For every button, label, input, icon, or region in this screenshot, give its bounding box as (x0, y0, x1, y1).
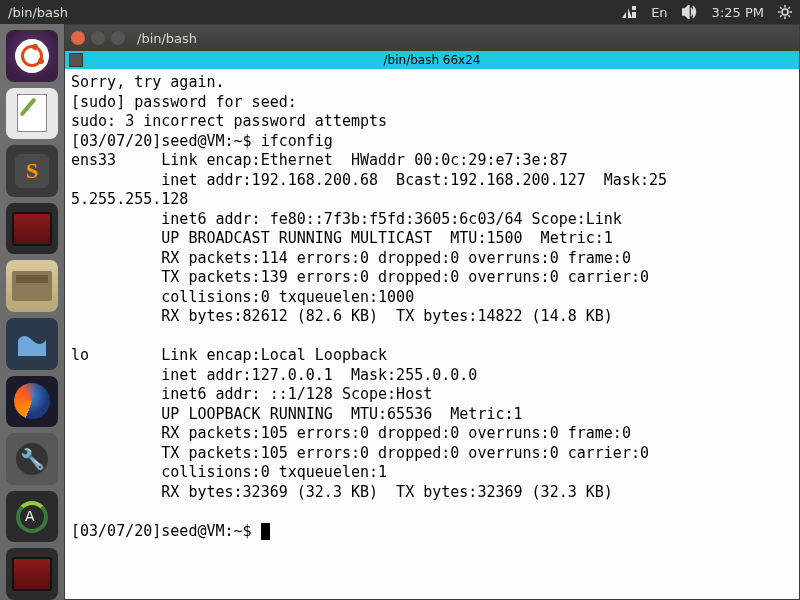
term-line: [03/07/20]seed@VM:~$ ifconfig (71, 132, 333, 150)
term-line: ens33 Link encap:Ethernet HWaddr 00:0c:2… (71, 151, 568, 169)
terminal-titlebar[interactable]: /bin/bash (65, 25, 799, 51)
term-line: lo Link encap:Local Loopback (71, 346, 387, 364)
term-line: [sudo] password for seed: (71, 93, 297, 111)
terminal-tab[interactable]: /bin/bash 66x24 (65, 51, 799, 69)
sublime-text-icon[interactable]: S (6, 145, 58, 197)
system-gear-icon[interactable] (778, 5, 792, 19)
svg-point-0 (782, 9, 788, 15)
svg-line-5 (780, 7, 782, 9)
term-line: RX packets:105 errors:0 dropped:0 overru… (71, 424, 631, 442)
term-line: collisions:0 txqueuelen:1 (71, 463, 387, 481)
term-prompt: [03/07/20]seed@VM:~$ (71, 522, 261, 540)
terminal-tab-label: /bin/bash 66x24 (384, 53, 481, 67)
active-window-title: /bin/bash (8, 5, 68, 20)
term-line: inet addr:127.0.0.1 Mask:255.0.0.0 (71, 366, 477, 384)
terminal-window-title: /bin/bash (137, 31, 197, 46)
svg-line-7 (780, 15, 782, 17)
term-line: TX packets:139 errors:0 dropped:0 overru… (71, 268, 649, 286)
term-line: inet addr:192.168.200.68 Bcast:192.168.2… (71, 171, 667, 189)
text-editor-icon[interactable] (6, 88, 58, 140)
window-maximize-button[interactable] (111, 31, 125, 45)
terminal-cursor (261, 523, 270, 540)
window-minimize-button[interactable] (91, 31, 105, 45)
svg-line-6 (788, 15, 790, 17)
terminal-window: /bin/bash /bin/bash 66x24 Sorry, try aga… (64, 24, 800, 600)
term-line: inet6 addr: fe80::7f3b:f5fd:3605:6c03/64… (71, 210, 622, 228)
term-line: UP BROADCAST RUNNING MULTICAST MTU:1500 … (71, 229, 613, 247)
svg-line-8 (788, 7, 790, 9)
terminal-output[interactable]: Sorry, try again. [sudo] password for se… (65, 69, 799, 599)
term-line: TX packets:105 errors:0 dropped:0 overru… (71, 444, 649, 462)
volume-icon[interactable] (682, 5, 698, 19)
settings-icon[interactable]: 🔧 (6, 433, 58, 485)
firefox-icon[interactable] (6, 376, 58, 428)
wireshark-icon[interactable] (6, 318, 58, 370)
gnome-top-bar: /bin/bash En 3:25 PM (0, 0, 800, 24)
input-language-indicator[interactable]: En (651, 5, 667, 20)
terminal-icon[interactable] (6, 203, 58, 255)
network-icon[interactable] (621, 6, 637, 18)
term-line: UP LOOPBACK RUNNING MTU:65536 Metric:1 (71, 405, 523, 423)
unity-launcher: S 🔧 A (0, 24, 64, 600)
term-line: Sorry, try again. (71, 73, 225, 91)
files-icon[interactable] (6, 260, 58, 312)
terminal-tab-icon (69, 53, 83, 67)
dash-home-icon[interactable] (6, 30, 58, 82)
term-line: RX bytes:82612 (82.6 KB) TX bytes:14822 … (71, 307, 613, 325)
term-line: collisions:0 txqueuelen:1000 (71, 288, 414, 306)
clock[interactable]: 3:25 PM (712, 5, 764, 20)
term-line: sudo: 3 incorrect password attempts (71, 112, 387, 130)
term-line: 5.255.255.128 (71, 190, 188, 208)
software-updater-icon[interactable]: A (6, 491, 58, 543)
window-close-button[interactable] (71, 31, 85, 45)
terminal-icon-2[interactable] (6, 548, 58, 600)
term-line: inet6 addr: ::1/128 Scope:Host (71, 385, 432, 403)
term-line: RX packets:114 errors:0 dropped:0 overru… (71, 249, 631, 267)
term-line: RX bytes:32369 (32.3 KB) TX bytes:32369 … (71, 483, 613, 501)
